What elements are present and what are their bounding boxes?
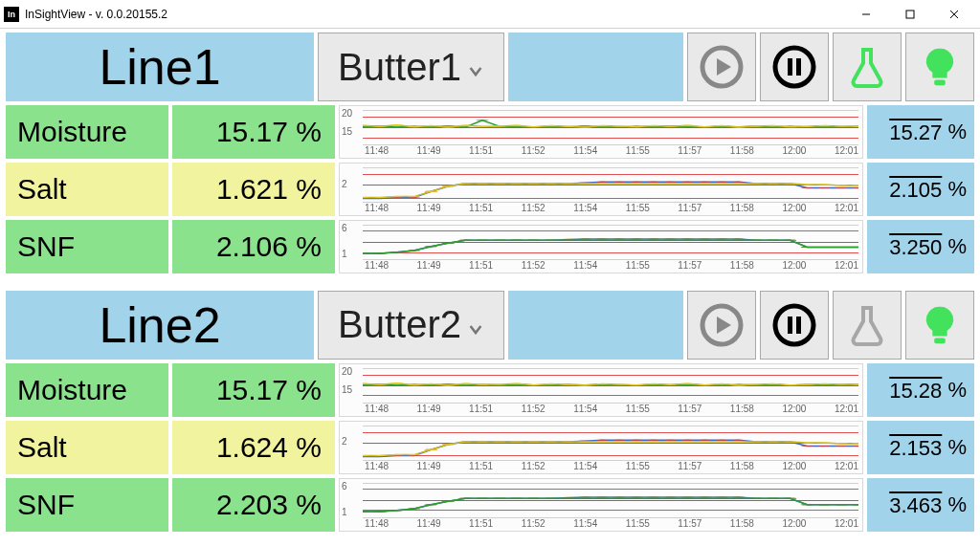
svg-point-306 [664,441,677,442]
svg-point-209 [545,384,557,385]
svg-point-6 [775,48,813,86]
svg-point-374 [801,504,813,505]
svg-point-107 [458,184,471,185]
svg-point-181 [699,240,711,241]
app-icon: In [4,7,19,22]
svg-point-152 [715,239,727,240]
svg-point-354 [458,497,471,498]
svg-point-363 [612,497,625,498]
svg-point-18 [476,120,488,120]
svg-point-366 [664,497,677,498]
svg-point-188 [818,247,831,248]
svg-rect-195 [796,317,801,334]
svg-point-56 [612,125,625,126]
window-maximize-button[interactable] [888,0,932,29]
line2-snf-row: SNF 2.203 % 6111:4811:4911:5111:5211:541… [6,478,974,532]
line2-pause-button[interactable] [760,291,829,360]
svg-point-187 [801,247,813,248]
svg-point-251 [749,383,762,384]
svg-point-300 [562,441,574,442]
svg-point-278 [699,439,711,440]
line2-play-button[interactable] [687,291,756,360]
line2-snf-value: 2.203 % [172,478,335,532]
svg-point-315 [818,442,831,443]
svg-point-147 [630,239,642,240]
svg-point-296 [493,441,505,442]
svg-point-169 [493,240,505,241]
svg-point-144 [578,239,590,240]
svg-point-129 [835,185,847,186]
svg-point-298 [527,441,540,442]
line1-moisture-chart: 201511:4811:4911:5111:5211:5411:5511:571… [339,105,863,159]
line2-moisture-label: Moisture [6,363,168,417]
svg-point-167 [458,240,471,241]
svg-point-89 [664,182,677,183]
svg-point-255 [818,383,831,384]
svg-point-163 [390,251,403,252]
svg-point-239 [545,383,557,384]
svg-point-292 [425,448,437,449]
line1-salt-label: Salt [6,163,168,216]
svg-point-153 [732,239,745,240]
svg-point-57 [630,126,642,127]
svg-point-114 [578,184,590,185]
svg-point-272 [595,439,608,440]
svg-point-104 [408,196,420,197]
svg-point-231 [408,384,420,385]
svg-marker-5 [717,58,731,76]
svg-point-98 [818,187,831,188]
svg-point-108 [476,184,488,185]
svg-point-276 [664,439,677,440]
svg-point-232 [425,383,437,384]
svg-point-338 [699,496,711,497]
svg-point-284 [801,446,813,447]
svg-point-111 [527,184,540,185]
svg-point-123 [732,184,745,185]
svg-rect-1 [906,11,914,18]
svg-point-274 [630,439,642,440]
line1-pause-button[interactable] [760,33,829,101]
line1-snf-chart: 6111:4811:4911:5111:5211:5411:5511:5711:… [339,220,863,273]
line2-sample-button[interactable] [833,291,902,360]
svg-point-117 [630,184,642,185]
svg-point-312 [767,441,779,442]
svg-marker-192 [717,317,731,334]
svg-point-43 [390,124,403,125]
line2-hint-button[interactable] [905,291,974,360]
svg-point-162 [373,253,386,254]
svg-rect-194 [788,317,792,334]
line2-snf-avg: 3.463 % [867,478,974,532]
svg-point-121 [699,184,711,185]
svg-point-335 [647,496,659,497]
svg-point-280 [732,439,745,440]
line1-recipe-select[interactable]: Butter1 [318,33,504,101]
svg-point-106 [442,186,455,186]
svg-point-175 [595,240,608,241]
line1-play-button[interactable] [687,33,756,101]
svg-point-350 [390,510,403,511]
line2-salt-label: Salt [6,421,168,474]
svg-point-183 [732,240,745,241]
line1-hint-button[interactable] [905,33,974,101]
line2-snf-chart: 6111:4811:4911:5111:5211:5411:5511:5711:… [339,478,863,532]
svg-point-285 [818,446,831,447]
line2-moisture-chart: 201511:4811:4911:5111:5211:5411:5511:571… [339,363,863,417]
svg-rect-197 [934,338,946,343]
svg-point-53 [562,126,574,127]
svg-point-247 [681,382,694,383]
window-minimize-button[interactable] [844,0,888,29]
line2-recipe-select[interactable]: Butter2 [318,291,504,360]
svg-point-166 [442,243,455,244]
svg-point-180 [681,240,694,241]
svg-point-372 [767,497,779,498]
svg-point-35 [767,127,779,128]
svg-point-85 [595,182,608,183]
svg-point-47 [458,125,471,126]
window-close-button[interactable] [932,0,976,29]
line2-salt-avg: 2.153 % [867,421,974,474]
svg-point-168 [476,240,488,241]
svg-point-189 [835,247,847,248]
window-title: InSightView - v. 0.0.20155.2 [25,8,167,21]
line1-sample-button[interactable] [833,33,902,101]
svg-point-171 [527,240,540,241]
